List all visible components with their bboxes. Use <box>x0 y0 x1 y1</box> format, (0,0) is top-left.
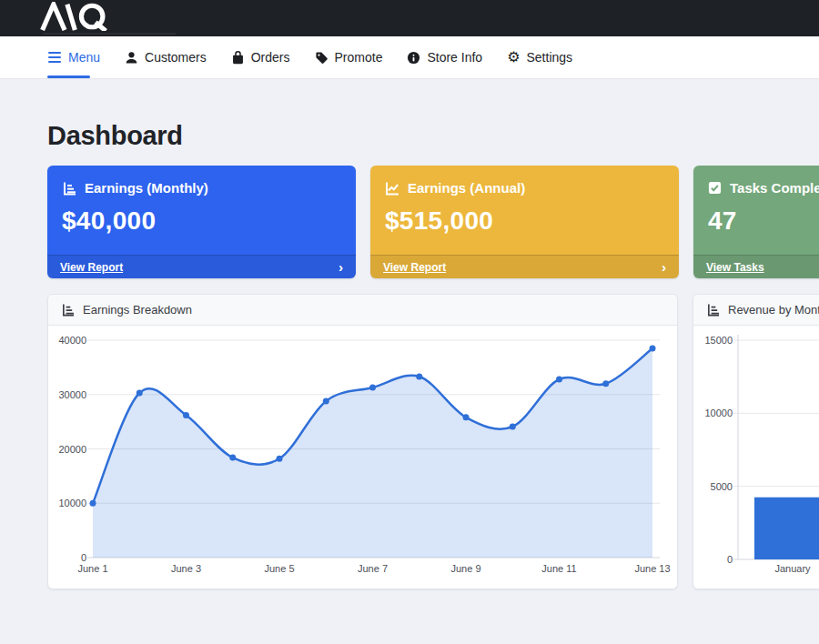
svg-text:30000: 30000 <box>58 389 86 400</box>
page-title: Dashboard <box>47 121 819 151</box>
stat-card-title-row: Earnings (Monthly) <box>62 180 341 196</box>
view-report-link[interactable]: View Report <box>60 261 123 274</box>
stat-card-body: Tasks Completed 47 <box>693 166 819 236</box>
svg-text:June 11: June 11 <box>541 563 576 574</box>
stat-card-earnings-annual: Earnings (Annual) $515,000 View Report › <box>370 166 679 278</box>
svg-text:0: 0 <box>727 554 733 565</box>
svg-text:10000: 10000 <box>58 498 86 508</box>
bar-chart-icon <box>61 303 75 317</box>
stat-card-title: Earnings (Monthly) <box>85 180 208 196</box>
svg-text:0: 0 <box>81 552 86 563</box>
stat-card-footer: View Report › <box>370 255 679 278</box>
chart-title: Revenue by Month <box>728 303 819 317</box>
chart-card-header: Revenue by Month <box>693 295 819 326</box>
nav-item-label: Store Info <box>427 50 482 65</box>
svg-text:20000: 20000 <box>58 444 86 455</box>
info-icon <box>407 51 420 65</box>
brand-logo-icon <box>36 2 124 31</box>
gear-icon: ⚙ <box>507 50 520 65</box>
stat-card-title: Earnings (Annual) <box>408 180 525 196</box>
svg-text:June 5: June 5 <box>264 563 294 574</box>
person-icon <box>125 51 138 65</box>
chevron-right-icon: › <box>339 259 343 275</box>
view-report-link[interactable]: View Report <box>383 261 446 274</box>
stat-card-footer: View Tasks › <box>693 255 819 278</box>
stat-card-earnings-monthly: Earnings (Monthly) $40,000 View Report › <box>47 166 356 278</box>
nav-item-promote[interactable]: Promote <box>315 50 383 65</box>
line-chart-icon <box>385 181 399 196</box>
nav-item-store-info[interactable]: Store Info <box>407 50 482 65</box>
brand-logo[interactable] <box>36 2 124 35</box>
stat-card-title-row: Tasks Completed <box>708 180 819 196</box>
stat-card-value: $40,000 <box>62 206 341 236</box>
stat-card-value: $515,000 <box>385 206 664 236</box>
nav-item-label: Orders <box>251 50 290 65</box>
active-tab-indicator <box>47 75 90 78</box>
stat-card-body: Earnings (Annual) $515,000 <box>370 166 679 236</box>
nav-item-settings[interactable]: ⚙ Settings <box>507 50 572 65</box>
tag-icon <box>315 51 329 65</box>
chart-card-header: Earnings Breakdown <box>48 295 677 326</box>
nav-item-label: Customers <box>145 50 207 65</box>
svg-text:January: January <box>774 563 811 574</box>
check-square-icon <box>708 181 722 195</box>
view-tasks-link[interactable]: View Tasks <box>706 261 764 274</box>
nav-item-customers[interactable]: Customers <box>125 50 207 65</box>
svg-text:40000: 40000 <box>58 335 86 346</box>
nav-item-label: Menu <box>68 50 100 65</box>
revenue-by-month-chart: 050001000015000January <box>693 326 819 589</box>
bag-icon <box>231 50 245 65</box>
revenue-by-month-card: Revenue by Month 050001000015000January <box>693 294 819 589</box>
main-nav: Menu Customers Orders Promote Store Info… <box>0 36 819 79</box>
svg-text:June 7: June 7 <box>358 563 388 574</box>
svg-text:10000: 10000 <box>704 408 733 418</box>
bar-chart-icon <box>62 181 76 196</box>
charts-row: Earnings Breakdown 010000200003000040000… <box>47 294 819 589</box>
svg-text:June 3: June 3 <box>171 563 201 574</box>
main-content: Dashboard Earnings (Monthly) $40,000 Vie… <box>0 121 819 589</box>
stat-card-footer: View Report › <box>47 255 356 278</box>
stat-card-value: 47 <box>708 206 819 236</box>
chevron-right-icon: › <box>662 259 666 275</box>
nav-item-label: Promote <box>335 50 383 65</box>
svg-text:5000: 5000 <box>711 481 733 492</box>
stat-card-tasks-completed: Tasks Completed 47 View Tasks › <box>693 166 819 278</box>
hamburger-icon <box>47 51 62 64</box>
stat-cards-row: Earnings (Monthly) $40,000 View Report ›… <box>47 166 819 278</box>
earnings-breakdown-card: Earnings Breakdown 010000200003000040000… <box>47 294 678 589</box>
topbar <box>0 0 819 36</box>
nav-item-menu[interactable]: Menu <box>47 50 100 65</box>
bar-chart-icon <box>706 303 720 317</box>
nav-item-orders[interactable]: Orders <box>231 50 290 65</box>
stat-card-title: Tasks Completed <box>730 180 819 196</box>
logo-underline <box>43 33 176 35</box>
stat-card-body: Earnings (Monthly) $40,000 <box>47 166 356 236</box>
nav-item-label: Settings <box>526 50 572 65</box>
svg-text:June 13: June 13 <box>634 563 670 574</box>
svg-text:June 9: June 9 <box>450 563 480 574</box>
stat-card-title-row: Earnings (Annual) <box>385 180 664 196</box>
chart-title: Earnings Breakdown <box>83 303 192 317</box>
earnings-breakdown-chart: 010000200003000040000June 1June 3June 5J… <box>48 326 677 589</box>
svg-text:15000: 15000 <box>704 335 733 346</box>
svg-text:June 1: June 1 <box>77 563 107 574</box>
